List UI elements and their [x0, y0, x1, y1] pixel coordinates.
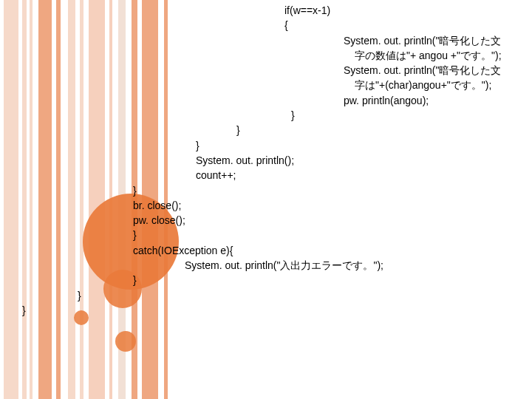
code-line: } [0, 183, 532, 198]
code-line: { [0, 18, 532, 33]
code-line: } [0, 108, 532, 123]
code-line: } [0, 288, 532, 303]
code-line: System. out. println(); [0, 153, 532, 168]
code-line: pw. close(); [0, 213, 532, 228]
code-line: } [0, 123, 532, 137]
code-line: System. out. println("入出力エラーです。"); [0, 258, 532, 273]
code-line: } [0, 228, 532, 242]
code-line: br. close(); [0, 198, 532, 213]
code-line: if(w==x-1) [0, 3, 532, 18]
code-line: } [0, 303, 532, 318]
code-line: 字は"+(char)angou+"です。"); [0, 78, 532, 92]
code-line: pw. println(angou); [0, 93, 532, 108]
code-line: } [0, 273, 532, 287]
code-line: } [0, 138, 532, 153]
code-block: if(w==x-1) { System. out. println("暗号化した… [0, 0, 532, 318]
code-line: catch(IOException e){ [0, 243, 532, 258]
code-line: count++; [0, 168, 532, 183]
bubble-small-2 [115, 331, 136, 352]
code-line: System. out. println("暗号化した文 [0, 33, 532, 48]
code-line: 字の数値は"+ angou +"です。"); [0, 48, 532, 63]
code-line: System. out. println("暗号化した文 [0, 63, 532, 78]
